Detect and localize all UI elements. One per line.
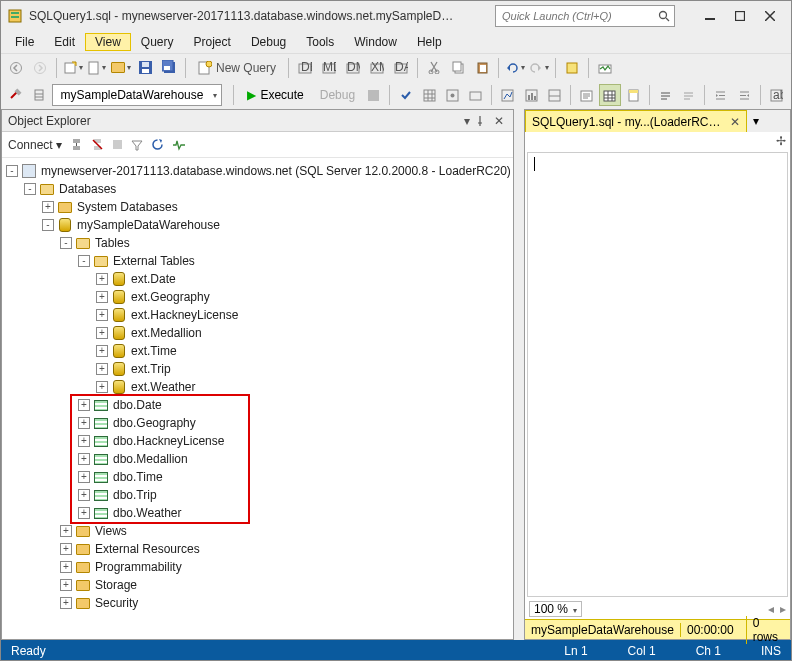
- tree-databases[interactable]: -Databases: [6, 180, 513, 198]
- panel-pin-button[interactable]: [475, 116, 491, 126]
- collapse-twister[interactable]: -: [24, 183, 36, 195]
- indent-button[interactable]: [710, 84, 731, 106]
- tree-folder-programmability[interactable]: +Programmability: [6, 558, 513, 576]
- new-project-button[interactable]: ▾: [62, 57, 84, 79]
- expand-twister[interactable]: +: [78, 489, 90, 501]
- tree-ext-table[interactable]: +ext.Date: [6, 270, 513, 288]
- save-button[interactable]: [134, 57, 156, 79]
- dax-button[interactable]: DAX: [390, 57, 412, 79]
- database-selector[interactable]: mySampleDataWarehouse ▾: [52, 84, 223, 106]
- disconnect-icon[interactable]: [91, 138, 104, 151]
- menu-window[interactable]: Window: [344, 33, 407, 51]
- expand-twister[interactable]: +: [78, 471, 90, 483]
- expand-twister[interactable]: +: [78, 417, 90, 429]
- menu-edit[interactable]: Edit: [44, 33, 85, 51]
- tree-ext-table[interactable]: +ext.Trip: [6, 360, 513, 378]
- menu-query[interactable]: Query: [131, 33, 184, 51]
- live-stats-button[interactable]: [521, 84, 542, 106]
- tree-folder-external-resources[interactable]: +External Resources: [6, 540, 513, 558]
- scroll-right-button[interactable]: ▸: [780, 602, 786, 616]
- tree-dbo-table[interactable]: +dbo.Date: [6, 396, 513, 414]
- splitter[interactable]: [514, 109, 524, 640]
- menu-file[interactable]: File: [5, 33, 44, 51]
- filter-icon[interactable]: [131, 139, 143, 151]
- nav-fwd-button[interactable]: [29, 57, 51, 79]
- menu-debug[interactable]: Debug: [241, 33, 296, 51]
- find-button[interactable]: [561, 57, 583, 79]
- copy-button[interactable]: [447, 57, 469, 79]
- refresh-icon[interactable]: [151, 138, 164, 151]
- tree-folder-views[interactable]: +Views: [6, 522, 513, 540]
- parse-button[interactable]: [395, 84, 416, 106]
- quick-launch-input[interactable]: [500, 9, 658, 23]
- menu-help[interactable]: Help: [407, 33, 452, 51]
- results-text-button[interactable]: [576, 84, 597, 106]
- menu-view[interactable]: View: [85, 33, 131, 51]
- collapse-twister[interactable]: -: [60, 237, 72, 249]
- expand-twister[interactable]: +: [96, 327, 108, 339]
- expand-twister[interactable]: +: [60, 579, 72, 591]
- tree-ext-table[interactable]: +ext.Geography: [6, 288, 513, 306]
- expand-twister[interactable]: +: [96, 363, 108, 375]
- sql-editor[interactable]: [527, 152, 788, 597]
- uncomment-button[interactable]: [678, 84, 699, 106]
- new-query-button[interactable]: New Query: [191, 57, 283, 79]
- expand-twister[interactable]: +: [78, 435, 90, 447]
- expand-twister[interactable]: +: [96, 345, 108, 357]
- outdent-button[interactable]: [734, 84, 755, 106]
- execute-button[interactable]: ▶ Execute: [239, 84, 311, 106]
- collapse-twister[interactable]: -: [42, 219, 54, 231]
- document-tab[interactable]: SQLQuery1.sql - my...(LoaderRC20 (125)) …: [525, 110, 747, 132]
- comment-button[interactable]: [655, 84, 676, 106]
- tab-overflow-button[interactable]: ▾: [747, 110, 765, 132]
- quick-launch[interactable]: [495, 5, 675, 27]
- minimize-button[interactable]: [695, 5, 725, 27]
- tree-user-database[interactable]: -mySampleDataWarehouse: [6, 216, 513, 234]
- results-grid-button[interactable]: [599, 84, 620, 106]
- expand-twister[interactable]: +: [60, 597, 72, 609]
- tree-folder-security[interactable]: +Security: [6, 594, 513, 612]
- tree-dbo-table[interactable]: +dbo.Trip: [6, 486, 513, 504]
- expand-twister[interactable]: +: [96, 291, 108, 303]
- tree-system-databases[interactable]: +System Databases: [6, 198, 513, 216]
- close-icon[interactable]: ✕: [730, 115, 740, 129]
- menu-tools[interactable]: Tools: [296, 33, 344, 51]
- mdx-button[interactable]: MDX: [318, 57, 340, 79]
- intellisense-button[interactable]: [465, 84, 486, 106]
- tree-dbo-table[interactable]: +dbo.Weather: [6, 504, 513, 522]
- change-connection-button[interactable]: [5, 84, 26, 106]
- tree-ext-table[interactable]: +ext.Time: [6, 342, 513, 360]
- expand-twister[interactable]: +: [96, 273, 108, 285]
- de-button[interactable]: DE: [294, 57, 316, 79]
- tree-ext-table[interactable]: +ext.HackneyLicense: [6, 306, 513, 324]
- expand-twister[interactable]: +: [96, 309, 108, 321]
- tree-folder-storage[interactable]: +Storage: [6, 576, 513, 594]
- tree-tables[interactable]: -Tables: [6, 234, 513, 252]
- stop-button[interactable]: [363, 84, 384, 106]
- results-file-button[interactable]: [623, 84, 644, 106]
- debug-button[interactable]: Debug: [314, 88, 361, 102]
- query-options-button[interactable]: [442, 84, 463, 106]
- new-file-button[interactable]: ▾: [86, 57, 108, 79]
- split-handle-icon[interactable]: ✢: [772, 132, 790, 150]
- expand-twister[interactable]: +: [42, 201, 54, 213]
- expand-twister[interactable]: +: [96, 381, 108, 393]
- include-plan-button[interactable]: [497, 84, 518, 106]
- activity-monitor-icon[interactable]: [172, 139, 186, 151]
- dmx-button[interactable]: DMX: [342, 57, 364, 79]
- maximize-button[interactable]: [725, 5, 755, 27]
- cut-button[interactable]: [423, 57, 445, 79]
- panel-dropdown-button[interactable]: ▾: [459, 114, 475, 128]
- specify-values-button[interactable]: ab: [766, 84, 787, 106]
- nav-back-button[interactable]: [5, 57, 27, 79]
- close-button[interactable]: [755, 5, 785, 27]
- collapse-twister[interactable]: -: [6, 165, 18, 177]
- tree-external-tables[interactable]: -External Tables: [6, 252, 513, 270]
- save-all-button[interactable]: [158, 57, 180, 79]
- scroll-left-button[interactable]: ◂: [768, 602, 774, 616]
- expand-twister[interactable]: +: [78, 453, 90, 465]
- tree-ext-table[interactable]: +ext.Weather: [6, 378, 513, 396]
- client-stats-button[interactable]: [544, 84, 565, 106]
- stop-icon[interactable]: [112, 139, 123, 150]
- panel-close-button[interactable]: ✕: [491, 114, 507, 128]
